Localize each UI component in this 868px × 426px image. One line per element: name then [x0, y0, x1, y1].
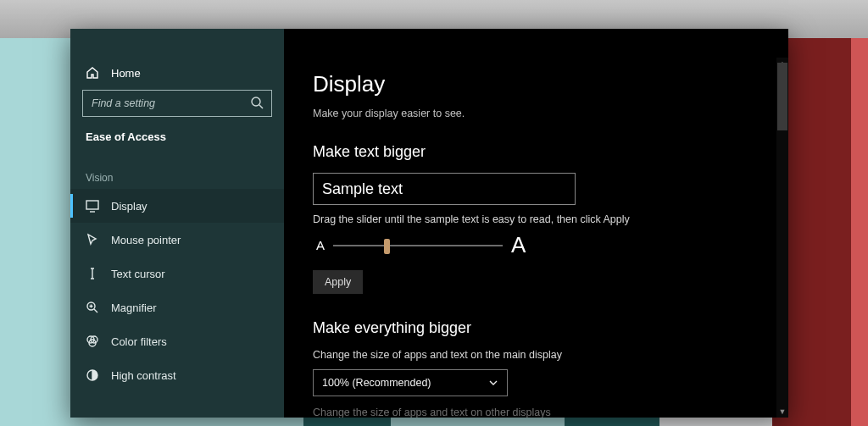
- text-size-slider-row: A A: [316, 232, 760, 258]
- chevron-down-icon: [488, 378, 498, 388]
- text-cursor-icon: [86, 267, 99, 280]
- sidebar-home[interactable]: Home: [70, 58, 284, 90]
- sidebar-item-label: Color filters: [111, 335, 167, 348]
- sidebar: Home Ease of Access Vision Display Mouse…: [70, 29, 284, 418]
- sidebar-category-header: Vision: [70, 155, 284, 189]
- scale-other-displays-note: Change the size of apps and text on othe…: [313, 407, 760, 418]
- cursor-icon: [86, 233, 99, 246]
- page-subtitle: Make your display easier to see.: [313, 108, 760, 119]
- sidebar-item-label: Mouse pointer: [111, 234, 181, 246]
- page-title: Display: [313, 71, 760, 97]
- home-label: Home: [111, 67, 141, 80]
- slider-instruction: Drag the slider until the sample text is…: [313, 213, 760, 225]
- magnifier-icon: [86, 301, 99, 314]
- sidebar-item-label: Display: [111, 200, 147, 213]
- svg-rect-2: [86, 201, 98, 209]
- text-size-slider[interactable]: [333, 237, 503, 254]
- scale-description: Change the size of apps and text on the …: [313, 349, 760, 361]
- sidebar-item-high-contrast[interactable]: High contrast: [70, 358, 284, 392]
- slider-small-a: A: [316, 238, 325, 252]
- sidebar-item-label: Magnifier: [111, 302, 156, 314]
- sidebar-item-label: Text cursor: [111, 268, 165, 280]
- home-icon: [86, 66, 99, 80]
- sidebar-item-text-cursor[interactable]: Text cursor: [70, 257, 284, 290]
- scroll-down-arrow-icon[interactable]: ▼: [776, 406, 788, 418]
- section-heading-text-bigger: Make text bigger: [313, 143, 760, 161]
- slider-thumb[interactable]: [384, 239, 390, 254]
- slider-track: [333, 245, 503, 246]
- main-scrollbar[interactable]: ▲ ▼: [776, 58, 788, 418]
- search-input[interactable]: [82, 90, 272, 117]
- sidebar-item-display[interactable]: Display: [70, 189, 284, 223]
- sample-text-preview: Sample text: [313, 173, 576, 205]
- sidebar-item-color-filters[interactable]: Color filters: [70, 324, 284, 358]
- combo-value: 100% (Recommended): [322, 377, 431, 389]
- sidebar-item-mouse-pointer[interactable]: Mouse pointer: [70, 223, 284, 257]
- settings-window: Settings Home Ease of Access Vision Disp…: [70, 29, 788, 418]
- slider-big-a: A: [511, 232, 526, 258]
- main-pane: Display Make your display easier to see.…: [284, 29, 788, 418]
- sidebar-item-magnifier[interactable]: Magnifier: [70, 290, 284, 324]
- color-filters-icon: [86, 335, 99, 348]
- monitor-icon: [86, 199, 99, 213]
- scrollbar-thumb[interactable]: [777, 63, 787, 130]
- section-heading-everything-bigger: Make everything bigger: [313, 319, 760, 337]
- apply-button[interactable]: Apply: [313, 270, 363, 294]
- sidebar-group-title: Ease of Access: [70, 130, 284, 155]
- scale-combobox[interactable]: 100% (Recommended): [313, 369, 508, 396]
- high-contrast-icon: [86, 368, 99, 382]
- sidebar-item-label: High contrast: [111, 369, 176, 382]
